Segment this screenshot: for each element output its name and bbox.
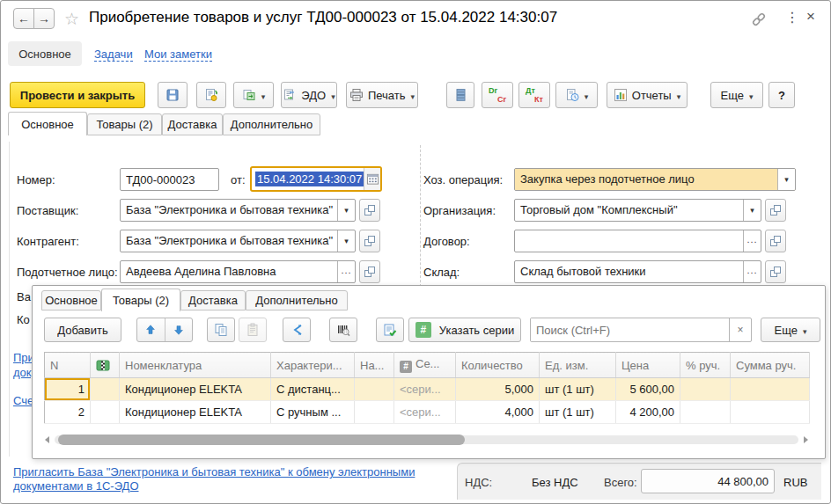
cell-characteristic[interactable]: С ручным ... xyxy=(271,401,355,424)
cell-sum-manual[interactable] xyxy=(731,378,810,401)
scrollbar-thumb[interactable] xyxy=(58,435,465,445)
specify-series-button[interactable]: # Указать серии xyxy=(408,318,521,342)
col-series[interactable]: #Се... xyxy=(394,353,456,378)
cell-characteristic[interactable]: С дистанц... xyxy=(271,378,355,401)
cell-pct-manual[interactable] xyxy=(680,401,731,424)
cell-na[interactable] xyxy=(355,378,394,401)
org-open-button[interactable] xyxy=(765,199,786,222)
help-button[interactable]: ? xyxy=(768,82,795,108)
post-and-close-button[interactable]: Провести и закрыть xyxy=(10,82,145,108)
cell-series[interactable]: <сери... xyxy=(394,401,456,424)
favorite-star-icon[interactable] xyxy=(64,9,79,29)
contract-field[interactable] xyxy=(514,230,761,252)
back-button[interactable]: ← xyxy=(13,8,34,29)
edo-button[interactable]: ЭДО xyxy=(281,82,337,108)
check-fill-button[interactable] xyxy=(376,318,404,342)
warehouse-field[interactable]: Склад бытовой техники xyxy=(514,260,761,283)
drcr-button[interactable]: Dr Cr xyxy=(482,82,513,108)
col-price[interactable]: Цена xyxy=(616,353,680,378)
col-quantity[interactable]: Количество xyxy=(456,353,540,378)
scroll-right-arrow-icon[interactable] xyxy=(804,436,808,443)
table-row[interactable]: 2 Кондиционер ELEKTA С ручным ... <сери.… xyxy=(45,401,810,424)
supplier-open-button[interactable] xyxy=(359,199,380,222)
cell-nomenclature[interactable]: Кондиционер ELEKTA xyxy=(120,378,271,401)
cell-price[interactable]: 4 200,00 xyxy=(616,401,680,424)
accountable-open-button[interactable] xyxy=(359,260,380,283)
reports-button[interactable]: Отчеты xyxy=(607,82,688,108)
col-series-flag[interactable] xyxy=(91,353,120,378)
create-based-on-button[interactable] xyxy=(233,82,274,108)
more-button[interactable]: Еще xyxy=(710,82,763,108)
org-dropdown-button[interactable] xyxy=(743,200,761,221)
forward-button[interactable]: → xyxy=(33,8,55,29)
col-characteristic[interactable]: Характери... xyxy=(271,353,355,378)
horizontal-scrollbar[interactable] xyxy=(44,432,809,448)
document-history-button[interactable] xyxy=(555,82,598,108)
warehouse-open-button[interactable] xyxy=(765,260,786,283)
panel-more-button[interactable]: Еще xyxy=(761,318,820,342)
cell-quantity[interactable]: 4,000 xyxy=(456,401,540,424)
accountable-field[interactable]: Авдеева Аделина Павловна xyxy=(120,260,356,283)
cell-unit[interactable]: шт (1 шт) xyxy=(540,378,616,401)
operation-dropdown-button[interactable] xyxy=(777,169,795,190)
tab-additional[interactable]: Дополнительно xyxy=(223,113,320,135)
col-unit[interactable]: Ед. изм. xyxy=(540,353,616,378)
tab-delivery[interactable]: Доставка xyxy=(162,113,223,135)
tab-goods[interactable]: Товары (2) xyxy=(87,113,162,135)
cell-sum-manual[interactable] xyxy=(731,401,810,424)
more-menu-icon[interactable] xyxy=(785,9,799,26)
copy-row-button[interactable] xyxy=(207,318,235,342)
cell-series-flag[interactable] xyxy=(91,401,120,424)
col-sum-manual[interactable]: Сумма руч. xyxy=(731,353,810,378)
table-row[interactable]: 1 Кондиционер ELEKTA С дистанц... <сери.… xyxy=(45,378,810,401)
contract-open-button[interactable] xyxy=(765,230,786,252)
col-na[interactable]: На... xyxy=(355,353,394,378)
warehouse-choose-button[interactable] xyxy=(743,261,761,282)
cell-na[interactable] xyxy=(355,401,394,424)
panel-tab-additional[interactable]: Дополнительно xyxy=(246,290,348,310)
add-row-button[interactable]: Добавить xyxy=(44,318,121,342)
panel-tab-main[interactable]: Основное xyxy=(41,290,101,310)
cell-price[interactable]: 5 600,00 xyxy=(616,378,680,401)
date-input[interactable]: 15.04.2022 14:30:07 xyxy=(250,166,382,192)
search-input[interactable] xyxy=(531,318,729,341)
counterparty-field[interactable]: База "Электроника и бытовая техника" xyxy=(120,230,356,252)
covered-invoice-link[interactable]: Сче xyxy=(13,394,33,407)
paste-row-button[interactable] xyxy=(239,318,267,342)
nav-item-notes[interactable]: Мои заметки xyxy=(144,47,212,62)
calendar-button[interactable] xyxy=(364,168,380,190)
move-down-button[interactable] xyxy=(165,324,193,336)
col-nomenclature[interactable]: Номенклатура xyxy=(120,353,271,378)
search-clear-button[interactable]: × xyxy=(729,318,751,341)
accountable-choose-button[interactable] xyxy=(337,261,355,282)
cell-n[interactable]: 1 xyxy=(45,378,91,401)
dtkt-button[interactable]: Дт Кт xyxy=(518,82,550,108)
operation-field[interactable]: Закупка через подотчетное лицо xyxy=(514,168,796,191)
cell-unit[interactable]: шт (1 шт) xyxy=(540,401,616,424)
supplier-field[interactable]: База "Электроника и бытовая техника" xyxy=(120,199,356,222)
cell-series-flag[interactable] xyxy=(91,378,120,401)
register-records-button[interactable] xyxy=(446,82,474,108)
col-pct-manual[interactable]: % руч. xyxy=(680,353,731,378)
cell-series[interactable]: <сери... xyxy=(394,378,456,401)
scroll-left-arrow-icon[interactable] xyxy=(45,436,49,443)
col-n[interactable]: N xyxy=(45,353,91,378)
nav-item-tasks[interactable]: Задачи xyxy=(94,47,133,62)
cell-n[interactable]: 2 xyxy=(45,401,91,424)
cell-nomenclature[interactable]: Кондиционер ELEKTA xyxy=(120,401,271,424)
panel-tab-goods[interactable]: Товары (2) xyxy=(101,289,180,311)
supplier-dropdown-button[interactable] xyxy=(337,200,355,221)
close-icon[interactable] xyxy=(806,8,815,26)
split-row-button[interactable] xyxy=(283,318,311,342)
contract-choose-button[interactable] xyxy=(743,230,761,252)
nav-item-main[interactable]: Основное xyxy=(8,41,82,66)
save-button[interactable] xyxy=(158,82,188,108)
counterparty-open-button[interactable] xyxy=(359,230,380,252)
tab-main[interactable]: Основное xyxy=(8,112,87,135)
cell-quantity[interactable]: 5,000 xyxy=(456,378,540,401)
number-input[interactable] xyxy=(120,168,219,191)
barcode-scan-button[interactable] xyxy=(329,318,357,342)
cell-pct-manual[interactable] xyxy=(680,378,731,401)
panel-tab-delivery[interactable]: Доставка xyxy=(180,290,246,310)
org-field[interactable]: Торговый дом "Комплексный" xyxy=(514,199,761,222)
